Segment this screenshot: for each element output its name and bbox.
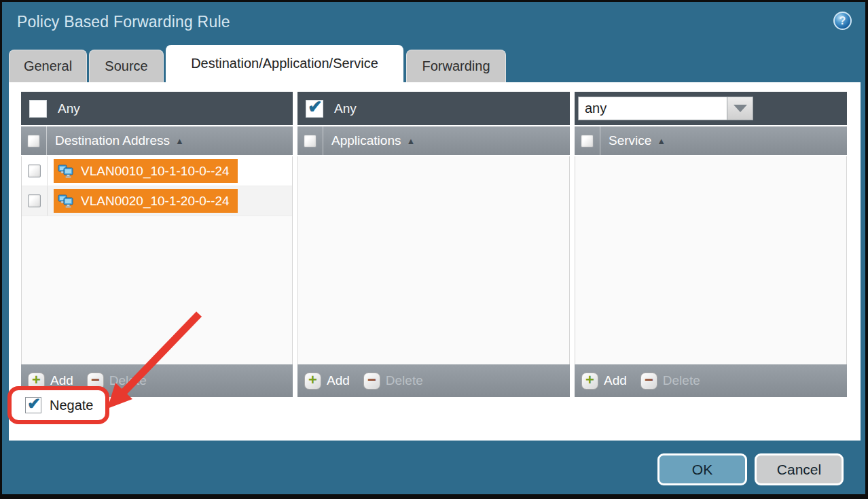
tab-forwarding[interactable]: Forwarding [406, 50, 506, 82]
negate-label: Negate [50, 398, 94, 413]
service-any-bar: any [575, 92, 847, 126]
ok-button[interactable]: OK [657, 453, 747, 485]
negate-checkbox[interactable] [25, 397, 41, 413]
network-group-icon [58, 193, 75, 209]
service-header-row: Service ▲ [575, 126, 847, 156]
negate-annotation-highlight: Negate [7, 386, 109, 424]
delete-icon: − [640, 373, 657, 390]
applications-any-label: Any [334, 101, 357, 116]
header-checkbox-cell [297, 126, 323, 155]
pbf-rule-dialog: Policy Based Forwarding Rule ? General S… [2, 2, 865, 494]
destination-address-column-header[interactable]: Destination Address [55, 133, 170, 148]
applications-select-all-checkbox[interactable] [304, 135, 317, 148]
address-object-chip[interactable]: VLAN0020_10-1-20-0--24 [54, 189, 238, 213]
tab-source[interactable]: Source [89, 50, 164, 82]
destination-address-list: VLAN0010_10-1-10-0--24 [21, 156, 293, 364]
delete-label: Delete [109, 373, 147, 388]
add-icon: + [581, 373, 598, 390]
destination-select-all-checkbox[interactable] [27, 135, 40, 148]
service-toolbar: + Add − Delete [575, 364, 847, 397]
service-type-value: any [578, 97, 727, 120]
sort-asc-icon: ▲ [406, 136, 415, 146]
cancel-button[interactable]: Cancel [755, 453, 844, 485]
address-object-name: VLAN0020_10-1-20-0--24 [81, 194, 230, 209]
add-button[interactable]: + Add [304, 373, 350, 390]
header-checkbox-cell [21, 126, 47, 155]
destination-any-checkbox[interactable] [29, 100, 47, 118]
destination-address-header-row: Destination Address ▲ [21, 126, 293, 156]
add-icon: + [304, 373, 321, 390]
screen: Policy Based Forwarding Rule ? General S… [0, 0, 868, 499]
chevron-down-icon [734, 105, 747, 112]
delete-button[interactable]: − Delete [363, 373, 423, 390]
network-group-icon [58, 163, 75, 179]
destination-any-bar: Any [21, 92, 293, 126]
delete-icon: − [363, 373, 380, 390]
applications-list [297, 156, 570, 364]
service-column-header[interactable]: Service [609, 133, 651, 148]
add-label: Add [327, 373, 350, 388]
table-row[interactable]: VLAN0020_10-1-20-0--24 [22, 186, 292, 216]
delete-label: Delete [663, 373, 700, 388]
tab-general[interactable]: General [9, 50, 87, 82]
table-row[interactable]: VLAN0010_10-1-10-0--24 [22, 156, 292, 186]
sort-asc-icon: ▲ [175, 136, 184, 146]
destination-any-label: Any [58, 101, 80, 116]
applications-toolbar: + Add − Delete [297, 364, 570, 397]
applications-panel: Any Applications ▲ + Add − [297, 92, 570, 397]
header-checkbox-cell [575, 126, 600, 155]
tab-bar: General Source Destination/Application/S… [2, 2, 865, 82]
row-checkbox[interactable] [28, 165, 41, 177]
service-panel: any Service ▲ + [575, 92, 847, 397]
row-checkbox-cell [22, 156, 48, 186]
tab-content: Any Destination Address ▲ [9, 82, 861, 441]
add-label: Add [604, 373, 627, 388]
service-select-all-checkbox[interactable] [581, 135, 594, 148]
add-button[interactable]: + Add [581, 373, 627, 390]
delete-button[interactable]: − Delete [640, 373, 700, 390]
applications-header-row: Applications ▲ [297, 126, 570, 156]
sort-asc-icon: ▲ [657, 136, 666, 146]
row-checkbox-cell [22, 186, 48, 216]
service-type-dropdown[interactable]: any [578, 97, 753, 120]
dropdown-button[interactable] [727, 97, 753, 120]
address-object-chip[interactable]: VLAN0010_10-1-10-0--24 [54, 159, 238, 183]
applications-any-checkbox[interactable] [306, 100, 323, 118]
tab-destination-application-service[interactable]: Destination/Application/Service [166, 45, 403, 82]
applications-any-bar: Any [297, 92, 570, 126]
destination-address-panel: Any Destination Address ▲ [21, 92, 293, 397]
row-checkbox[interactable] [28, 194, 41, 207]
address-object-name: VLAN0010_10-1-10-0--24 [81, 164, 230, 179]
service-list [575, 156, 847, 364]
delete-label: Delete [386, 373, 423, 388]
applications-column-header[interactable]: Applications [331, 133, 401, 148]
